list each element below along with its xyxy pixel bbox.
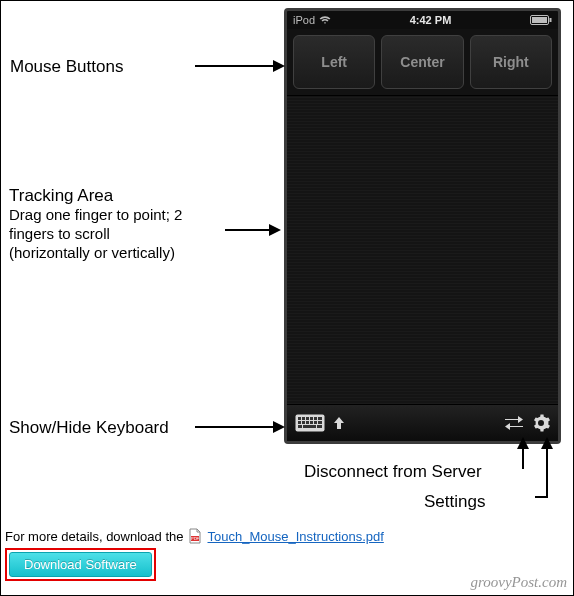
arrow-icon — [195, 57, 285, 75]
svg-rect-13 — [310, 421, 313, 424]
arrow-icon — [195, 418, 285, 436]
svg-rect-12 — [306, 421, 309, 424]
details-prefix: For more details, download the — [5, 529, 183, 544]
label-mouse-buttons: Mouse Buttons — [10, 56, 123, 77]
label-tracking-sub3: (horizontally or vertically) — [9, 244, 182, 263]
shift-up-icon[interactable] — [333, 416, 345, 430]
svg-rect-5 — [302, 417, 305, 420]
svg-rect-10 — [298, 421, 301, 424]
label-disconnect: Disconnect from Server — [304, 461, 482, 482]
pdf-link[interactable]: Touch_Mouse_Instructions.pdf — [207, 529, 383, 544]
watermark-text: groovyPost.com — [470, 574, 567, 591]
label-tracking-sub2: fingers to scroll — [9, 225, 182, 244]
label-tracking-area: Tracking Area Drag one finger to point; … — [9, 185, 182, 263]
arrow-icon — [511, 435, 535, 469]
ipod-device: iPod 4:42 PM Left Center Right — [284, 8, 561, 444]
svg-rect-9 — [318, 417, 322, 420]
svg-rect-1 — [550, 18, 552, 22]
pdf-icon: PDF — [187, 528, 203, 544]
download-highlight-box: Download Software — [5, 548, 156, 581]
status-bar: iPod 4:42 PM — [287, 11, 558, 29]
svg-rect-6 — [306, 417, 309, 420]
svg-rect-15 — [318, 421, 322, 424]
keyboard-icon[interactable] — [295, 414, 325, 432]
svg-rect-16 — [298, 425, 302, 428]
svg-text:PDF: PDF — [191, 536, 200, 541]
arrow-icon — [225, 221, 281, 239]
tracking-area[interactable] — [287, 95, 558, 405]
arrow-icon — [535, 435, 559, 499]
label-tracking-sub1: Drag one finger to point; 2 — [9, 206, 182, 225]
mouse-center-button[interactable]: Center — [381, 35, 463, 89]
label-tracking-title: Tracking Area — [9, 186, 113, 205]
carrier-label: iPod — [293, 14, 315, 26]
label-settings: Settings — [424, 491, 485, 512]
battery-icon — [530, 15, 552, 25]
mouse-right-button[interactable]: Right — [470, 35, 552, 89]
svg-rect-17 — [303, 425, 316, 428]
download-software-button[interactable]: Download Software — [9, 552, 152, 577]
clock-label: 4:42 PM — [331, 14, 530, 26]
svg-rect-8 — [314, 417, 317, 420]
svg-rect-2 — [532, 17, 547, 23]
disconnect-icon[interactable] — [504, 416, 524, 430]
svg-rect-14 — [314, 421, 317, 424]
gear-icon[interactable] — [532, 414, 550, 432]
svg-rect-11 — [302, 421, 305, 424]
mouse-left-button[interactable]: Left — [293, 35, 375, 89]
label-keyboard: Show/Hide Keyboard — [9, 417, 169, 438]
wifi-icon — [319, 15, 331, 25]
mouse-buttons-row: Left Center Right — [287, 29, 558, 95]
svg-rect-18 — [317, 425, 322, 428]
details-line: For more details, download the PDF Touch… — [5, 528, 384, 544]
svg-rect-4 — [298, 417, 301, 420]
svg-rect-7 — [310, 417, 313, 420]
